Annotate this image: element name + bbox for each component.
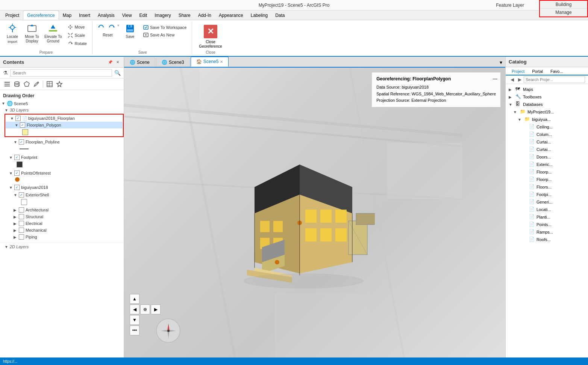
locate-button[interactable]: Locate Import	[3, 22, 22, 45]
table-icon[interactable]	[45, 80, 54, 88]
exteriorshell-item[interactable]: ▼ ✓ ExteriorShell	[5, 192, 124, 198]
exterior-checkbox[interactable]: ✓	[19, 192, 24, 198]
manage-tab[interactable]: Manage	[540, 9, 587, 17]
pan-right-button[interactable]: ▶	[151, 305, 161, 314]
catalog-planti-item[interactable]: 📄 Planti...	[506, 213, 588, 221]
pan-left-button[interactable]: ◀	[130, 305, 139, 314]
star-icon[interactable]	[55, 80, 64, 88]
floorplan-polygon-item[interactable]: ▼ ✓ Floorplan_Polygon	[6, 122, 123, 128]
catalog-databases-item[interactable]: ▼ 🗄 Databases	[506, 101, 588, 108]
tab-scene3[interactable]: 🌐 Scene3	[156, 57, 190, 67]
building-tab[interactable]: Building	[540, 1, 587, 9]
menu-insert[interactable]: Insert	[75, 11, 94, 20]
move-button[interactable]: Move	[65, 23, 89, 31]
cylinder-icon[interactable]	[13, 80, 21, 88]
catalog-curtain1-item[interactable]: 📄 Curtai...	[506, 138, 588, 146]
save-to-workspace-button[interactable]: Save To Workspace	[141, 24, 189, 31]
architectural-item[interactable]: ▶ Architectural	[5, 207, 124, 213]
footprint-checkbox[interactable]: ✓	[14, 155, 20, 160]
pan-center-button[interactable]: ⊕	[140, 305, 150, 314]
tab-dropdown[interactable]: ▾	[497, 58, 505, 67]
3d-layers-item[interactable]: ▼ 3D Layers	[5, 107, 124, 113]
catalog-forward-button[interactable]: ▶	[516, 76, 523, 83]
search-input[interactable]	[10, 69, 112, 77]
polyline-checkbox[interactable]: ✓	[19, 139, 24, 145]
catalog-curtain2-item[interactable]: 📄 Curtai...	[506, 146, 588, 153]
menu-edit[interactable]: Edit	[136, 11, 151, 20]
polygon-checkbox[interactable]: ✓	[20, 122, 25, 128]
electrical-checkbox[interactable]	[19, 221, 24, 226]
scene5-tab-close[interactable]: ✕	[220, 60, 223, 64]
list-icon[interactable]	[3, 80, 11, 88]
structural-checkbox[interactable]	[19, 214, 24, 219]
menu-share[interactable]: Share	[175, 11, 194, 20]
structural-item[interactable]: ▶ Structural	[5, 213, 124, 220]
search-icon[interactable]: 🔍	[114, 70, 121, 76]
move-to-display-button[interactable]: Move ToDisplay	[23, 22, 41, 45]
biguiyuan-floorplan-item[interactable]: ▼ ✓ 📄 biguiyuan2018_Floorplan	[6, 115, 123, 122]
pencil-icon[interactable]	[32, 80, 41, 88]
rotate-button[interactable]: Rotate	[65, 40, 89, 47]
catalog-ceiling-item[interactable]: 📄 Ceiling...	[506, 123, 588, 131]
catalog-tab-project[interactable]: Project	[509, 68, 527, 75]
undo-button[interactable]	[96, 23, 106, 32]
catalog-toolboxes-item[interactable]: ▶ 🔧 Toolboxes	[506, 93, 588, 101]
piping-checkbox[interactable]	[19, 234, 24, 240]
catalog-doors-item[interactable]: 📄 Doors...	[506, 153, 588, 161]
georef-box-close[interactable]: —	[493, 75, 497, 83]
tab-scene5[interactable]: 🏠 Scene5 ✕	[191, 57, 229, 67]
catalog-myproject-item[interactable]: ▼ 📁 MyProject19...	[506, 108, 588, 116]
catalog-points-item[interactable]: 📄 Points...	[506, 221, 588, 228]
mechanical-checkbox[interactable]	[19, 228, 24, 233]
catalog-floors-item[interactable]: 📄 Floors...	[506, 183, 588, 191]
menu-map[interactable]: Map	[59, 11, 75, 20]
catalog-floorp1-item[interactable]: 📄 Floorp...	[506, 168, 588, 176]
more-button[interactable]: •••	[130, 326, 139, 335]
close-georeference-button[interactable]: ✕ CloseGeoreference	[196, 23, 225, 50]
catalog-maps-item[interactable]: ▶ 🗺 Maps	[506, 86, 588, 93]
save-button[interactable]: Save	[121, 22, 139, 41]
tab-scene[interactable]: 🌐 Scene	[124, 57, 155, 67]
footprint-item[interactable]: ▼ ✓ Footprint	[5, 154, 124, 161]
biguiyuan-checkbox[interactable]: ✓	[15, 116, 21, 121]
menu-addin[interactable]: Add-In	[194, 11, 215, 20]
catalog-tab-favo[interactable]: Favo...	[547, 68, 566, 75]
menu-imagery[interactable]: Imagery	[151, 11, 174, 20]
piping-item[interactable]: ▶ Piping	[5, 234, 124, 240]
menu-labeling[interactable]: Labeling	[247, 11, 271, 20]
mechanical-item[interactable]: ▶ Mechanical	[5, 227, 124, 234]
map-canvas[interactable]: Georeferencing: FloorplanPolygon Data So…	[124, 68, 505, 365]
catalog-exterior-item[interactable]: 📄 Exteric...	[506, 161, 588, 168]
architectural-checkbox[interactable]	[19, 207, 24, 213]
menu-analysis[interactable]: Analysis	[94, 11, 118, 20]
catalog-roofs-item[interactable]: 📄 Roofs...	[506, 236, 588, 243]
catalog-locati-item[interactable]: 📄 Locati...	[506, 206, 588, 213]
menu-appearance[interactable]: Appearance	[215, 11, 247, 20]
catalog-tab-portal[interactable]: Portal	[529, 68, 546, 75]
catalog-biguiyuan-item[interactable]: ▼ 📁 biguiyua...	[506, 116, 588, 123]
undo-dropdown[interactable]: ▾	[117, 23, 119, 32]
electrical-item[interactable]: ▶ Electrical	[5, 220, 124, 227]
catalog-footpi-item[interactable]: 📄 Footpi...	[506, 191, 588, 198]
menu-data[interactable]: Data	[271, 11, 288, 20]
polygon-icon[interactable]	[23, 80, 31, 88]
poi-item[interactable]: ▼ ✓ PointsOfInterest	[5, 170, 124, 176]
pan-down-button[interactable]: ▼	[130, 315, 139, 325]
biguiyuan2018-item[interactable]: ▼ ✓ biguiyuan2018	[5, 184, 124, 191]
pin-button[interactable]: 📌	[107, 59, 113, 65]
scene5-item[interactable]: ▼ 🌐 Scene5	[0, 100, 124, 107]
redo-button[interactable]	[107, 23, 117, 32]
menu-project[interactable]: Project	[2, 11, 23, 20]
filter-icon[interactable]: ⚗	[3, 70, 8, 76]
catalog-search-input[interactable]	[524, 76, 585, 83]
2d-layers-item[interactable]: ▼ 2D Layers	[0, 243, 124, 250]
menu-georeference[interactable]: Georeference	[23, 11, 59, 20]
pan-up-button[interactable]: ▲	[130, 294, 139, 304]
biguiyuan2018-checkbox[interactable]: ✓	[14, 185, 20, 190]
scale-button[interactable]: Scale	[65, 32, 89, 39]
catalog-floorp2-item[interactable]: 📄 Floorp...	[506, 176, 588, 183]
save-as-new-button[interactable]: Save As New	[141, 32, 189, 38]
catalog-back-button[interactable]: ◀	[509, 76, 515, 83]
catalog-generi-item[interactable]: 📄 Generi...	[506, 198, 588, 206]
poi-checkbox[interactable]: ✓	[14, 170, 20, 176]
